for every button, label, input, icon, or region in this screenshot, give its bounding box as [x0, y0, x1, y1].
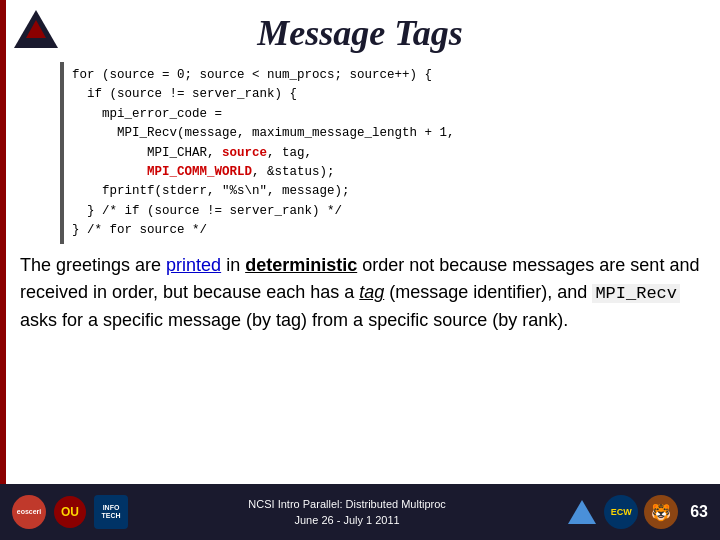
code-line-7: fprintf(stderr, "%s\n", message); [72, 182, 692, 201]
code-line-8: } /* if (source != server_rank) */ [72, 202, 692, 221]
footer-line2: June 26 - July 1 2011 [248, 512, 445, 529]
it-logo: INFOTECH [94, 495, 128, 529]
slide-title: Message Tags [0, 12, 720, 54]
ou-logo: OU [54, 496, 86, 528]
footer-triangle-icon [568, 500, 596, 524]
code-line-1: for (source = 0; source < num_procs; sou… [72, 66, 692, 85]
code-line-4: MPI_Recv(message, maximum_message_length… [72, 124, 692, 143]
top-logo-area [14, 10, 64, 60]
code-block: for (source = 0; source < num_procs; sou… [60, 62, 700, 244]
code-line-9: } /* for source */ [72, 221, 692, 240]
ncsi-triangle-logo [566, 496, 598, 528]
triangle-logo-icon [14, 10, 58, 48]
ecw-logo: ECW [604, 495, 638, 529]
footer-line1: NCSI Intro Parallel: Distributed Multipr… [248, 496, 445, 513]
prose-mpi-recv: MPI_Recv [592, 284, 680, 303]
eosceri-logo: eosceri [12, 495, 46, 529]
prose-tag: tag [359, 282, 384, 302]
code-line-5: MPI_CHAR, source, tag, [72, 144, 692, 163]
prose-printed: printed [166, 255, 221, 275]
prose-deterministic: deterministic [245, 255, 357, 275]
code-line-3: mpi_error_code = [72, 105, 692, 124]
prose-between3: (message identifier), and [384, 282, 592, 302]
footer-center-text: NCSI Intro Parallel: Distributed Multipr… [248, 496, 445, 529]
code-line-2: if (source != server_rank) { [72, 85, 692, 104]
prose-after: asks for a specific message (by tag) fro… [20, 310, 568, 330]
prose-between1: in [221, 255, 245, 275]
prose-paragraph: The greetings are printed in determinist… [20, 252, 700, 334]
left-accent-bar [0, 0, 6, 540]
page-number: 63 [690, 503, 708, 521]
footer-logos-left: eosceri OU INFOTECH [12, 495, 128, 529]
footer-logos-right: ECW 🐯 63 [566, 495, 708, 529]
prose-before-printed: The greetings are [20, 255, 166, 275]
animal-logo: 🐯 [644, 495, 678, 529]
footer: eosceri OU INFOTECH NCSI Intro Parallel:… [0, 484, 720, 540]
code-line-6: MPI_COMM_WORLD, &status); [72, 163, 692, 182]
